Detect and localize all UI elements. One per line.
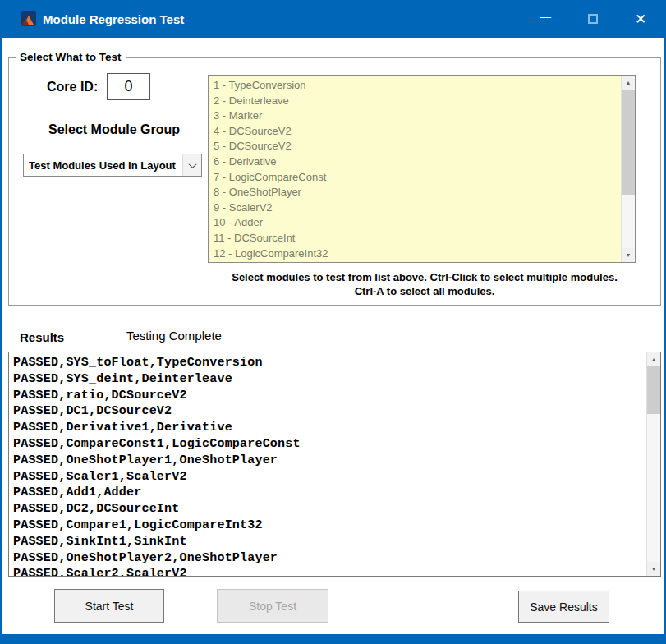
module-list-item[interactable]: 1 - TypeConversion <box>214 78 621 94</box>
module-selection-help: Select modules to test from list above. … <box>206 270 643 298</box>
module-list-item[interactable]: 12 - LogicCompareInt32 <box>214 246 621 262</box>
module-group-label: Select Module Group <box>48 122 180 137</box>
module-group-dropdown[interactable]: Test Modules Used In Layout <box>23 154 202 177</box>
result-line: PASSED,Scaler2,ScalerV2 <box>13 566 646 576</box>
result-line: PASSED,DC1,DCSourceV2 <box>13 403 646 420</box>
matlab-icon <box>21 12 36 26</box>
save-results-button[interactable]: Save Results <box>518 591 609 623</box>
scroll-down-icon[interactable]: ▼ <box>622 248 635 262</box>
scrollbar-track[interactable] <box>647 366 660 562</box>
result-line: PASSED,Derivative1,Derivative <box>13 420 646 436</box>
result-line: PASSED,Compare1,LogicCompareInt32 <box>13 518 646 534</box>
minimize-icon: — <box>540 10 551 23</box>
select-what-to-test-panel: Select What to Test Core ID: Select Modu… <box>8 58 661 306</box>
core-id-input[interactable] <box>107 73 150 100</box>
scrollbar-thumb[interactable] <box>647 366 660 414</box>
module-list-scrollbar[interactable]: ▲ ▼ <box>621 76 635 262</box>
scrollbar-thumb[interactable] <box>622 90 635 195</box>
core-id-label: Core ID: <box>47 80 98 94</box>
scroll-down-icon[interactable]: ▼ <box>647 562 660 576</box>
help-line-2: Ctrl-A to select all modules. <box>206 284 643 298</box>
dropdown-arrow-zone[interactable] <box>182 154 201 176</box>
window-controls: — ✕ <box>521 0 664 38</box>
window-title: Module Regression Test <box>43 12 184 26</box>
module-list: 1 - TypeConversion2 - Deinterleave3 - Ma… <box>209 76 621 262</box>
results-label: Results <box>20 330 64 344</box>
maximize-button[interactable] <box>569 0 617 38</box>
module-list-item[interactable]: 4 - DCSourceV2 <box>214 124 621 140</box>
panel-legend: Select What to Test <box>16 51 126 63</box>
result-line: PASSED,DC2,DCSourceInt <box>13 501 646 518</box>
module-list-item[interactable]: 3 - Marker <box>214 108 621 124</box>
titlebar: Module Regression Test — ✕ <box>2 0 664 38</box>
module-group-selected-value: Test Modules Used In Layout <box>24 154 182 176</box>
start-test-button[interactable]: Start Test <box>54 589 164 623</box>
result-line: PASSED,SYS_toFloat,TypeConversion <box>13 355 646 371</box>
maximize-icon <box>588 14 598 24</box>
results-listbox[interactable]: PASSED,SYS_toFloat,TypeConversionPASSED,… <box>8 352 661 577</box>
result-line: PASSED,ratio,DCSourceV2 <box>13 388 646 404</box>
app-window: Module Regression Test — ✕ Select What t… <box>0 0 666 644</box>
module-list-item[interactable]: 9 - ScalerV2 <box>214 200 621 216</box>
module-list-item[interactable]: 11 - DCSourceInt <box>214 231 621 246</box>
testing-status: Testing Complete <box>126 329 222 343</box>
results-scrollbar[interactable]: ▲ ▼ <box>646 352 660 576</box>
module-list-item[interactable]: 6 - Derivative <box>214 154 621 170</box>
close-button[interactable]: ✕ <box>617 0 664 38</box>
result-line: PASSED,OneShotPlayer2,OneShotPlayer <box>13 550 646 567</box>
help-line-1: Select modules to test from list above. … <box>206 270 643 284</box>
result-line: PASSED,Scaler1,ScalerV2 <box>13 469 646 485</box>
window-bottom-border <box>2 634 664 644</box>
scroll-up-icon[interactable]: ▲ <box>647 352 660 366</box>
result-line: PASSED,SYS_deint,Deinterleave <box>13 371 646 388</box>
results-lines: PASSED,SYS_toFloat,TypeConversionPASSED,… <box>9 352 646 576</box>
result-line: PASSED,SinkInt1,SinkInt <box>13 534 646 550</box>
minimize-button[interactable]: — <box>521 0 569 38</box>
result-line: PASSED,CompareConst1,LogicCompareConst <box>13 436 646 453</box>
close-icon: ✕ <box>635 11 646 28</box>
module-listbox[interactable]: 1 - TypeConversion2 - Deinterleave3 - Ma… <box>208 75 636 263</box>
scroll-up-icon[interactable]: ▲ <box>622 76 635 90</box>
module-list-item[interactable]: 8 - OneShotPlayer <box>214 185 621 200</box>
chevron-down-icon <box>188 160 196 168</box>
result-line: PASSED,Add1,Adder <box>13 485 646 501</box>
stop-test-button: Stop Test <box>217 589 328 623</box>
module-list-item[interactable]: 5 - DCSourceV2 <box>214 139 621 154</box>
scrollbar-track[interactable] <box>622 90 635 248</box>
result-line: PASSED,OneShotPlayer1,OneShotPlayer <box>13 453 646 469</box>
module-list-item[interactable]: 10 - Adder <box>214 215 621 231</box>
module-list-item[interactable]: 7 - LogicCompareConst <box>214 170 621 186</box>
module-list-item[interactable]: 2 - Deinterleave <box>214 94 621 109</box>
